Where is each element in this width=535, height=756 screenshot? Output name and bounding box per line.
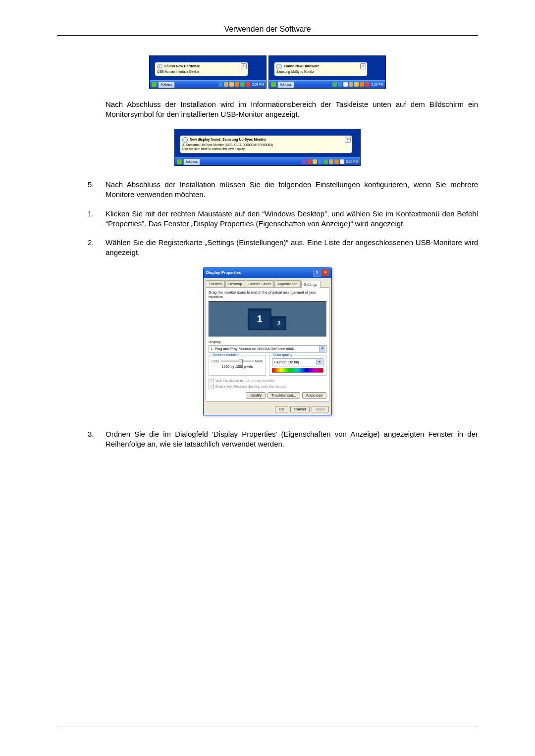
page-header-rule: Verwenden der Software [57,25,478,36]
ok-button[interactable]: OK [275,406,288,412]
tray-icon[interactable] [334,159,339,164]
resolution-readout: 1600 by 1200 pixels [212,365,263,368]
list-text: Klicken Sie mit der rechten Maustaste au… [106,209,478,229]
start-button-icon[interactable] [177,159,182,164]
screen-resolution-group: Screen resolution Less More 1600 by 1200… [209,355,266,376]
start-button-icon[interactable] [152,82,157,87]
tray-icon[interactable] [332,82,337,87]
figure-found-new-hardware: × i Found New Hardware USB Human Interfa… [149,55,386,89]
monitor-icon-1[interactable]: 1 [248,308,271,330]
document-page: Verwenden der Software × i Found New Har… [0,0,535,756]
list-text: Nach Abschluss der Installation müssen S… [106,180,478,200]
tray-icon[interactable] [343,82,348,87]
balloon-line: Use the icon here to control the new dis… [182,147,350,151]
list-text: Wählen Sie die Registerkarte „Settings (… [106,238,478,258]
tab-screen-saver[interactable]: Screen Saver [246,280,274,287]
taskbar-clock: 2:09 PM [252,83,264,87]
chevron-down-icon [318,361,321,363]
identify-button[interactable]: Identify [246,392,266,399]
tray-icon[interactable] [329,159,333,164]
address-toolbar[interactable]: Address [277,81,294,88]
address-toolbar[interactable]: Address [158,81,175,88]
help-button-icon[interactable]: ? [313,269,321,277]
close-icon[interactable]: × [360,63,366,69]
tray-icon[interactable] [338,82,342,87]
tray-icon[interactable] [235,82,239,87]
balloon-title: Found New Hardware [164,64,200,68]
balloon-line: 3. Samsung UbiSync Monitor (USB_0111-000… [182,143,350,147]
page-header-title: Verwenden der Software [57,25,478,34]
slider-max-label: More [255,359,263,363]
checkbox-label: Use this device as the primary monitor. [215,379,275,382]
list-item: 2. Wählen Sie die Registerkarte „Setting… [57,238,478,258]
slider-thumb-icon[interactable] [239,359,243,364]
tray-icons [332,82,370,87]
tray-icon[interactable] [240,82,245,87]
settings-instruction: Drag the monitor icons to match the phys… [209,290,326,299]
close-icon[interactable]: × [345,137,351,143]
list-number: 3. [57,429,106,450]
info-icon: i [276,64,282,69]
cancel-button[interactable]: Cancel [290,406,310,412]
instruction-list-continued: 3. Ordnen Sie die im Dialogfeld 'Display… [57,429,478,450]
taskbar: Address 2:25 PM [175,157,360,165]
address-toolbar[interactable]: Address [183,158,200,165]
monitor-icon-2[interactable]: 2 [271,316,286,330]
tray-icon[interactable] [307,159,312,164]
tray-icon[interactable] [302,159,306,164]
tray-icon[interactable] [318,159,322,164]
balloon-title: Found New Hardware [284,64,320,68]
color-quality-dropdown[interactable]: Highest (32 bit) [272,358,323,366]
tray-icon[interactable] [323,159,328,164]
start-button-icon[interactable] [271,82,276,87]
list-number: 5. [57,180,106,200]
tray-icon[interactable] [218,82,223,87]
tray-icon[interactable] [224,82,228,87]
resolution-slider[interactable] [220,360,254,362]
monitor-arrangement-area[interactable]: 1 2 [209,301,326,337]
tab-appearance[interactable]: Appearance [274,280,300,287]
screenshot-right: × i Found New Hardware Samsung UbiSync M… [268,55,386,89]
tray-icon[interactable] [340,159,344,164]
advanced-button[interactable]: Advanced [302,392,326,399]
tab-themes[interactable]: Themes [206,280,225,287]
tab-desktop[interactable]: Desktop [225,280,245,287]
list-item: 3. Ordnen Sie die im Dialogfeld 'Display… [57,429,478,450]
notification-balloon: × i Found New Hardware Samsung UbiSync M… [274,62,368,76]
checkbox-extend-desktop[interactable]: ✓ [209,384,214,389]
tab-settings[interactable]: Settings [301,281,321,288]
tray-icon[interactable] [229,82,234,87]
list-item: 5. Nach Abschluss der Installation müsse… [57,180,478,200]
tray-icon[interactable] [354,82,359,87]
display-dropdown[interactable]: 1. Plug and Play Monitor on NVIDIA GeFor… [209,345,326,353]
info-icon: i [182,137,188,143]
close-button-icon[interactable]: × [322,269,329,276]
chevron-down-icon [321,348,324,350]
color-quality-group: Color quality Highest (32 bit) [269,355,326,376]
checkbox-label: Extend my Windows desktop onto this moni… [215,385,287,388]
instruction-list: 5. Nach Abschluss der Installation müsse… [57,180,478,258]
color-spectrum-strip [272,368,323,373]
close-icon[interactable]: × [241,63,247,69]
taskbar-clock: 2:22 PM [372,83,383,87]
page-footer-rule [57,726,478,726]
tab-settings-page: Drag the monitor icons to match the phys… [206,287,329,402]
troubleshoot-button[interactable]: Troubleshoot... [268,392,300,399]
color-quality-value: Highest (32 bit) [274,360,299,364]
dialog-titlebar[interactable]: Display Properties ? × [204,267,331,278]
figure-display-properties-dialog: Display Properties ? × Themes Desktop Sc… [203,267,332,415]
apply-button[interactable]: Apply [312,406,329,412]
tray-icon[interactable] [349,82,353,87]
taskbar-clock: 2:25 PM [346,160,358,164]
tray-icon[interactable] [313,159,317,164]
balloon-subtitle: Samsung UbiSync Monitor [276,70,365,74]
display-dropdown-value: 1. Plug and Play Monitor on NVIDIA GeFor… [211,347,294,351]
tray-icon[interactable] [365,82,370,87]
checkbox-row: ✓ Use this device as the primary monitor… [209,378,326,383]
tray-icon[interactable] [246,82,250,87]
display-properties-dialog: Display Properties ? × Themes Desktop Sc… [203,267,332,415]
tray-icon[interactable] [360,82,364,87]
checkbox-primary-monitor[interactable]: ✓ [209,378,214,383]
notification-balloon: × i New display found: Samsung UbiSync M… [180,135,352,154]
notification-balloon: × i Found New Hardware USB Human Interfa… [155,62,248,76]
